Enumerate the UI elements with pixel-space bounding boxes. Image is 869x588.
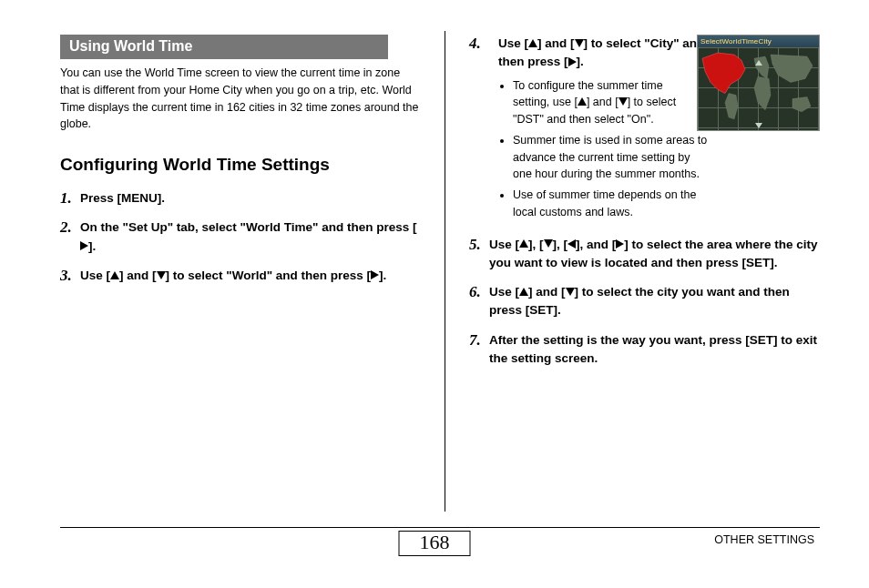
step-number: 5. [469, 236, 489, 254]
triangle-down-icon [755, 123, 762, 128]
step-body: Use [], [], [], and [] to select the are… [489, 236, 820, 273]
step: 1.Press [MENU]. [60, 189, 421, 208]
step: 3.Use [] and [] to select "World" and th… [60, 267, 421, 285]
world-map-thumbnail: SelectWorldTimeCity [697, 35, 820, 131]
triangle-right-icon [371, 270, 379, 279]
step-body: Press [MENU]. [80, 189, 421, 208]
triangle-down-icon [544, 239, 553, 248]
bullet-item: To configure the summer time setting, us… [513, 77, 695, 128]
page-number: 168 [399, 531, 471, 556]
step: 5.Use [], [], [], and [] to select the a… [469, 236, 820, 273]
manual-page: Using World Time You can use the World T… [0, 0, 869, 588]
two-column-layout: Using World Time You can use the World T… [60, 35, 820, 512]
triangle-right-icon [616, 239, 624, 248]
triangle-down-icon [157, 271, 166, 279]
step-text: Use [], [], [], and [] to select the are… [489, 236, 820, 273]
step-text: Use [] and [] to select the city you wan… [489, 283, 820, 320]
step: 6.Use [] and [] to select the city you w… [469, 283, 820, 320]
triangle-down-icon [575, 39, 584, 47]
step-number: 7. [469, 331, 489, 350]
intro-paragraph: You can use the World Time screen to vie… [60, 65, 421, 133]
step-text: Use [] and [] to select "City" and then … [498, 35, 708, 72]
footer-label: OTHER SETTINGS [714, 533, 814, 546]
step-body: Use [] and [] to select "World" and then… [80, 267, 421, 285]
bullet-item: Use of summer time depends on the local … [513, 187, 708, 221]
triangle-up-icon [519, 288, 528, 296]
triangle-left-icon [567, 239, 576, 248]
triangle-down-icon [566, 288, 575, 296]
step: 7.After the setting is the way you want,… [469, 331, 820, 369]
step-text: Press [MENU]. [80, 189, 421, 208]
left-column: Using World Time You can use the World T… [60, 35, 421, 512]
bullet-item: Summer time is used in some areas to adv… [513, 132, 708, 183]
step-4-bullets: To configure the summer time setting, us… [498, 77, 708, 221]
subheading: Configuring World Time Settings [60, 155, 421, 175]
step-number: 2. [60, 218, 80, 237]
step-number: 4. [469, 35, 489, 53]
triangle-up-icon [578, 97, 587, 106]
step-body: After the setting is the way you want, p… [489, 331, 820, 369]
step-number: 6. [469, 283, 489, 301]
footer-rule [60, 527, 820, 528]
triangle-right-icon [80, 241, 88, 250]
section-header: Using World Time [60, 35, 388, 59]
step-number: 3. [60, 267, 80, 285]
step-text: After the setting is the way you want, p… [489, 331, 820, 369]
map-grid [698, 47, 819, 130]
step-number: 1. [60, 189, 80, 208]
right-column: 4. Use [] and [] to select "City" and th… [469, 35, 820, 512]
triangle-right-icon [568, 57, 577, 66]
step-4: 4. Use [] and [] to select "City" and th… [469, 35, 820, 225]
map-title: SelectWorldTimeCity [698, 35, 819, 47]
step-body: Use [] and [] to select "City" and then … [498, 35, 708, 225]
column-divider [445, 31, 445, 512]
triangle-up-icon [519, 239, 528, 248]
triangle-down-icon [619, 97, 628, 106]
steps-right-rest: 5.Use [], [], [], and [] to select the a… [469, 236, 820, 369]
step: 2.On the "Set Up" tab, select "World Tim… [60, 218, 421, 256]
step-text: Use [] and [] to select "World" and then… [80, 267, 421, 285]
steps-left: 1.Press [MENU].2.On the "Set Up" tab, se… [60, 189, 421, 285]
triangle-up-icon [755, 60, 762, 66]
step-body: Use [] and [] to select the city you wan… [489, 283, 820, 320]
step-text: On the "Set Up" tab, select "World Time"… [80, 218, 421, 256]
triangle-up-icon [110, 271, 119, 279]
triangle-up-icon [528, 39, 537, 47]
step-body: On the "Set Up" tab, select "World Time"… [80, 218, 421, 256]
